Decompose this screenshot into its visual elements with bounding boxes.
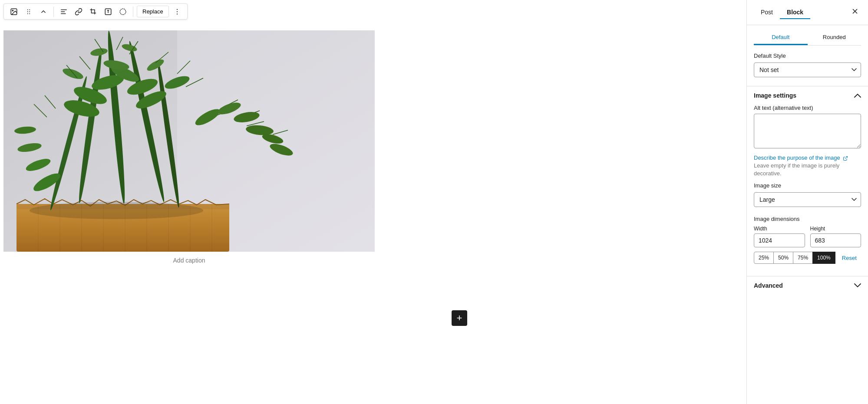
caption-area[interactable]: Add caption <box>3 257 375 264</box>
style-tab-rounded[interactable]: Rounded <box>808 30 861 45</box>
advanced-title: Advanced <box>754 282 783 289</box>
caption-placeholder: Add caption <box>173 257 205 264</box>
text-overlay-button[interactable] <box>102 6 115 17</box>
width-input[interactable] <box>754 233 805 247</box>
block-toolbar: Replace <box>3 3 188 20</box>
percent-50-button[interactable]: 50% <box>773 252 793 264</box>
dimensions-row: Width Height <box>754 226 861 247</box>
svg-point-5 <box>29 11 30 12</box>
svg-point-6 <box>27 13 28 14</box>
sidebar-content: Default Style Not set Image settings <box>747 46 868 404</box>
default-style-label: Default Style <box>754 53 861 59</box>
svg-point-12 <box>120 9 126 15</box>
svg-point-14 <box>177 11 178 12</box>
height-label: Height <box>810 226 861 232</box>
image-size-select-wrapper: Large Thumbnail Medium Full Size <box>754 192 861 207</box>
panel-tabs: Post Block <box>754 6 810 19</box>
svg-point-1 <box>12 10 13 11</box>
image-settings-header[interactable]: Image settings <box>754 92 861 99</box>
percent-75-button[interactable]: 75% <box>793 252 813 264</box>
advanced-header[interactable]: Advanced <box>754 282 861 289</box>
align-button[interactable] <box>57 6 70 17</box>
image-block <box>3 30 375 252</box>
replace-button[interactable]: Replace <box>137 6 169 17</box>
image-type-icon[interactable] <box>7 6 20 17</box>
svg-point-7 <box>29 13 30 14</box>
describe-note: Leave empty if the image is purely decor… <box>754 162 839 177</box>
alt-text-label: Alt text (alternative text) <box>754 105 861 111</box>
percent-25-button[interactable]: 25% <box>754 252 774 264</box>
add-block-icon: + <box>457 313 462 323</box>
image-size-label: Image size <box>754 182 861 189</box>
tab-post[interactable]: Post <box>754 6 780 19</box>
image-size-select[interactable]: Large Thumbnail Medium Full Size <box>754 192 861 207</box>
svg-point-13 <box>177 9 178 10</box>
image-settings-body: Alt text (alternative text) Describe the… <box>754 99 861 264</box>
style-tabs: Default Rounded <box>754 30 861 46</box>
close-sidebar-button[interactable] <box>849 5 861 20</box>
alt-text-input[interactable] <box>754 114 861 148</box>
height-input[interactable] <box>810 233 861 247</box>
divider-2 <box>133 7 133 17</box>
link-button[interactable] <box>72 6 85 17</box>
describe-purpose-link[interactable]: Describe the purpose of the image <box>754 154 848 161</box>
tab-block[interactable]: Block <box>780 6 810 19</box>
dimensions-label: Image dimensions <box>754 216 861 222</box>
default-style-select-wrapper: Not set <box>754 62 861 77</box>
width-label: Width <box>754 226 805 232</box>
percent-buttons-row: 25% 50% 75% 100% Reset <box>754 252 861 264</box>
reset-button[interactable]: Reset <box>838 252 860 264</box>
default-style-select[interactable]: Not set <box>754 62 861 77</box>
style-tab-default[interactable]: Default <box>754 30 808 45</box>
crop-button[interactable] <box>87 6 100 17</box>
svg-point-3 <box>29 9 30 10</box>
default-style-section: Default Style Not set <box>754 53 861 77</box>
image-settings-title: Image settings <box>754 92 796 99</box>
height-field: Height <box>810 226 861 247</box>
svg-point-71 <box>30 202 203 219</box>
svg-line-74 <box>845 156 848 159</box>
advanced-section: Advanced <box>747 276 868 295</box>
width-field: Width <box>754 226 805 247</box>
percent-100-button[interactable]: 100% <box>812 252 835 264</box>
advanced-expand-icon <box>854 282 861 289</box>
image-settings-collapse-icon <box>854 92 861 99</box>
sidebar-header: Post Block <box>747 0 868 25</box>
more-options-button[interactable] <box>171 6 184 17</box>
move-up-down[interactable] <box>37 6 50 17</box>
select-button[interactable] <box>116 6 129 17</box>
image-settings-section: Image settings Alt text (alternative tex… <box>747 86 868 273</box>
main-canvas: Replace <box>0 0 746 404</box>
svg-point-2 <box>27 9 28 10</box>
image-size-section: Image size Large Thumbnail Medium Full S… <box>754 182 861 207</box>
sidebar: Post Block Default Rounded Default Style… <box>746 0 868 404</box>
describe-link-text: Describe the purpose of the image <box>754 154 840 161</box>
drag-handle[interactable] <box>22 6 35 17</box>
divider-1 <box>53 7 54 17</box>
svg-point-4 <box>27 11 28 12</box>
add-block-button[interactable]: + <box>452 310 467 326</box>
svg-point-15 <box>177 13 178 14</box>
